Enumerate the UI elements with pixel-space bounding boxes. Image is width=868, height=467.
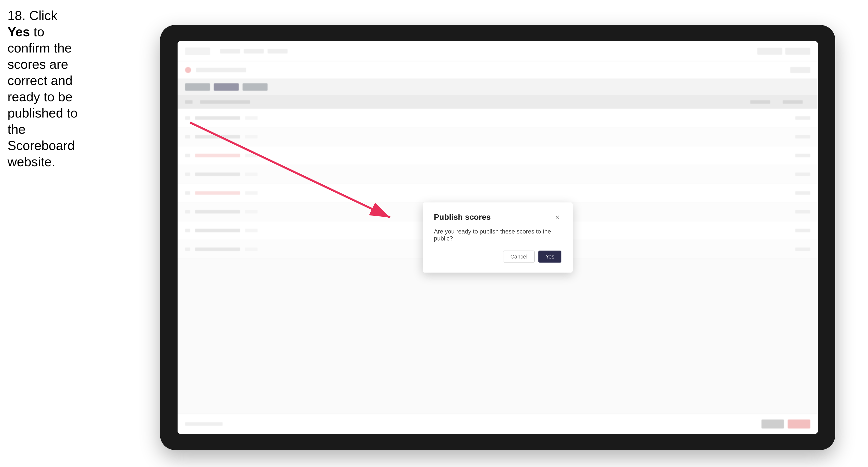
publish-scores-modal: Publish scores × Are you ready to publis… xyxy=(423,203,573,273)
modal-title: Publish scores xyxy=(434,213,491,222)
instruction-part1: Click xyxy=(26,8,57,23)
modal-body-text: Are you ready to publish these scores to… xyxy=(434,228,561,242)
modal-header: Publish scores × xyxy=(434,213,561,222)
step-number: 18. xyxy=(7,8,26,23)
cancel-button[interactable]: Cancel xyxy=(503,251,535,263)
yes-button[interactable]: Yes xyxy=(538,251,561,263)
tablet-device: Publish scores × Are you ready to publis… xyxy=(160,25,835,450)
modal-actions: Cancel Yes xyxy=(434,251,561,263)
instruction-part2: to confirm the scores are correct and re… xyxy=(7,25,78,169)
instruction-bold: Yes xyxy=(7,25,30,39)
instruction-text: 18. Click Yes to confirm the scores are … xyxy=(7,7,80,170)
tablet-screen: Publish scores × Are you ready to publis… xyxy=(178,41,818,434)
modal-close-button[interactable]: × xyxy=(553,213,561,221)
